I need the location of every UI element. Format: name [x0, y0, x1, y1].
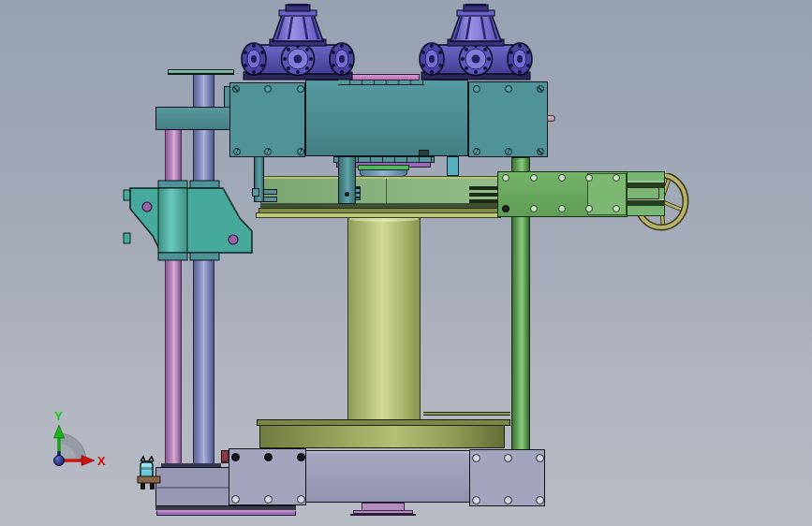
arm-hole	[558, 205, 566, 212]
screw	[264, 85, 272, 93]
bolt-hole	[536, 454, 544, 462]
clamp-bar	[138, 476, 160, 483]
arm-hole	[530, 205, 538, 212]
clamp-body	[140, 462, 153, 478]
table-seam	[386, 179, 387, 204]
arm-hole	[558, 174, 566, 182]
leg-ladder-detail	[355, 186, 361, 200]
bolt-hole	[504, 496, 512, 504]
motor-left[interactable]	[239, 4, 357, 80]
arm-hole	[613, 205, 620, 212]
guide-bracket[interactable]	[122, 178, 262, 267]
table-fork-slot	[469, 193, 500, 197]
arm-bolt	[502, 205, 509, 212]
top-plate-pink[interactable]	[350, 74, 420, 80]
bracket-sleeve	[158, 188, 187, 253]
y-axis-arrowhead	[54, 425, 65, 438]
orientation-triad[interactable]: Y X	[37, 406, 117, 475]
collar-pink-bottom	[158, 253, 187, 260]
bolt-hole	[504, 454, 512, 462]
arm-hole	[613, 174, 620, 182]
screw	[505, 85, 512, 93]
screw	[505, 148, 512, 155]
gearbox-right-plate[interactable]	[468, 81, 548, 157]
clamp-band	[140, 467, 153, 470]
bolt-hole	[297, 495, 305, 504]
bolt-hole	[536, 496, 544, 504]
main-cylinder[interactable]	[347, 215, 421, 422]
arm-hole	[585, 174, 593, 182]
arm-hole	[502, 174, 509, 182]
drum-keeper-bar	[423, 412, 510, 416]
edge-clamp-tab	[263, 189, 277, 195]
gearbox-clip	[419, 150, 429, 156]
collar-pink-top	[158, 181, 187, 188]
table-fork-slot	[469, 199, 500, 203]
bolt-hole	[472, 496, 480, 504]
gearbox-left-plate[interactable]	[229, 82, 305, 157]
rotary-table[interactable]	[260, 179, 501, 204]
base-right-plate[interactable]	[469, 449, 545, 506]
hanger-leg-2	[338, 156, 356, 204]
hanger-leg-3	[447, 156, 459, 176]
screw	[232, 85, 240, 93]
screw	[297, 85, 304, 93]
screw	[233, 148, 241, 155]
screw	[264, 148, 272, 155]
x-axis-label: X	[97, 454, 106, 468]
x-axis-arrowhead	[81, 456, 95, 466]
leg-bolt	[345, 192, 349, 197]
column-blue[interactable]	[193, 74, 214, 466]
pedestal-base-line	[350, 514, 416, 516]
screw	[537, 85, 544, 93]
origin-sphere	[54, 456, 65, 466]
clamp-fixture[interactable]	[136, 454, 162, 493]
bolt	[264, 453, 273, 461]
side-pin	[547, 115, 555, 122]
bolt-hole	[264, 495, 273, 504]
drum-flange[interactable]	[259, 425, 505, 448]
bolt-hole	[472, 454, 480, 462]
bracket-hole-left	[142, 202, 152, 212]
bracket-tab-bottom	[124, 233, 130, 243]
bolt	[297, 453, 305, 461]
table-fork-slot	[469, 186, 500, 190]
y-axis-label: Y	[54, 409, 63, 423]
base-purple-strip	[156, 510, 296, 516]
screw	[297, 148, 304, 155]
screw	[537, 148, 544, 155]
edge-clamp-piece	[252, 188, 259, 197]
motor-right[interactable]	[417, 4, 535, 80]
base-front-plate[interactable]	[229, 448, 306, 505]
cad-viewport[interactable]: Y X	[0, 0, 812, 526]
lead-screw[interactable]	[627, 187, 659, 199]
support-shelf[interactable]	[155, 107, 231, 130]
edge-clamp-tab	[263, 197, 277, 202]
bolt	[231, 453, 240, 461]
clamp-foot-left	[140, 483, 145, 489]
gearbox-housing[interactable]	[305, 80, 468, 156]
bracket-hole-right	[229, 235, 238, 244]
top-flange[interactable]	[168, 69, 234, 75]
collar-blue-bottom	[190, 253, 219, 260]
arm-hole	[585, 205, 593, 212]
clamp-foot-right	[150, 483, 155, 489]
arm-inner-panel	[587, 173, 627, 215]
collar-blue-top	[190, 181, 219, 188]
arm-hole	[530, 174, 538, 182]
screw	[473, 148, 480, 155]
bolt-hole	[231, 495, 240, 504]
screw	[473, 85, 480, 93]
table-base-plate	[256, 212, 501, 218]
bracket-tab-top	[124, 190, 130, 200]
